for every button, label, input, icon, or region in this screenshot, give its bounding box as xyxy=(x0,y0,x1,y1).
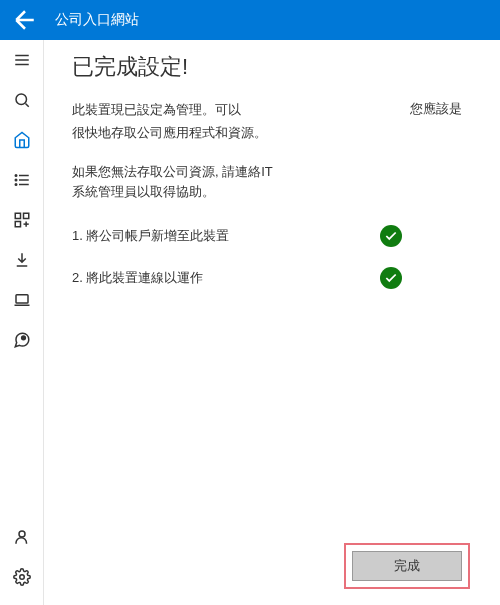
done-highlight: 完成 xyxy=(344,543,470,589)
page-heading: 已完成設定! xyxy=(72,52,472,82)
description-line2: 很快地存取公司應用程式和資源。 xyxy=(72,123,472,144)
search-icon xyxy=(13,91,31,109)
home-icon xyxy=(13,131,31,149)
help-line2: 系統管理員以取得協助。 xyxy=(72,182,472,203)
sidebar-device[interactable] xyxy=(0,280,44,320)
main-content: 已完成設定! 此裝置現已設定為管理。可以 您應該是 很快地存取公司應用程式和資源… xyxy=(44,40,500,605)
sidebar-home[interactable] xyxy=(0,120,44,160)
svg-point-21 xyxy=(20,575,25,580)
svg-point-10 xyxy=(15,184,17,186)
check-icon xyxy=(384,271,398,285)
svg-rect-13 xyxy=(15,222,20,227)
laptop-icon xyxy=(13,291,31,309)
sidebar-list[interactable] xyxy=(0,160,44,200)
list-icon xyxy=(13,171,31,189)
check-badge xyxy=(380,225,402,247)
check-icon xyxy=(384,229,398,243)
help-text: 如果您無法存取公司資源, 請連絡IT 系統管理員以取得協助。 xyxy=(72,162,472,204)
svg-point-9 xyxy=(15,179,17,181)
back-button[interactable] xyxy=(10,5,40,35)
description-right: 您應該是 xyxy=(410,100,462,121)
grid-plus-icon xyxy=(13,211,31,229)
svg-point-3 xyxy=(16,94,27,105)
step-label: 2. 將此裝置連線以運作 xyxy=(72,269,203,287)
sidebar-support[interactable] xyxy=(0,320,44,360)
sidebar-download[interactable] xyxy=(0,240,44,280)
step-label: 1. 將公司帳戶新增至此裝置 xyxy=(72,227,229,245)
sidebar-search[interactable] xyxy=(0,80,44,120)
download-icon xyxy=(13,251,31,269)
description-line1: 此裝置現已設定為管理。可以 xyxy=(72,100,241,121)
svg-rect-12 xyxy=(24,213,29,218)
user-icon xyxy=(13,528,31,546)
chat-icon xyxy=(13,331,31,349)
svg-rect-11 xyxy=(15,213,20,218)
sidebar-apps[interactable] xyxy=(0,200,44,240)
setup-step-1: 1. 將公司帳戶新增至此裝置 xyxy=(72,225,472,247)
svg-line-4 xyxy=(25,103,28,106)
done-button[interactable]: 完成 xyxy=(352,551,462,581)
sidebar-settings[interactable] xyxy=(0,557,44,597)
gear-icon xyxy=(13,568,31,586)
sidebar-menu-button[interactable] xyxy=(0,40,44,80)
sidebar-profile[interactable] xyxy=(0,517,44,557)
svg-point-8 xyxy=(15,175,17,177)
check-badge xyxy=(380,267,402,289)
svg-point-20 xyxy=(19,531,25,537)
footer-area: 完成 xyxy=(72,543,472,605)
svg-rect-17 xyxy=(16,295,28,303)
help-line1: 如果您無法存取公司資源, 請連絡IT xyxy=(72,162,472,183)
hamburger-icon xyxy=(13,51,31,69)
arrow-left-icon xyxy=(10,5,40,35)
sidebar xyxy=(0,40,44,605)
titlebar: 公司入口網站 xyxy=(0,0,500,40)
titlebar-title: 公司入口網站 xyxy=(55,11,139,29)
svg-point-19 xyxy=(22,336,26,340)
setup-step-2: 2. 將此裝置連線以運作 xyxy=(72,267,472,289)
